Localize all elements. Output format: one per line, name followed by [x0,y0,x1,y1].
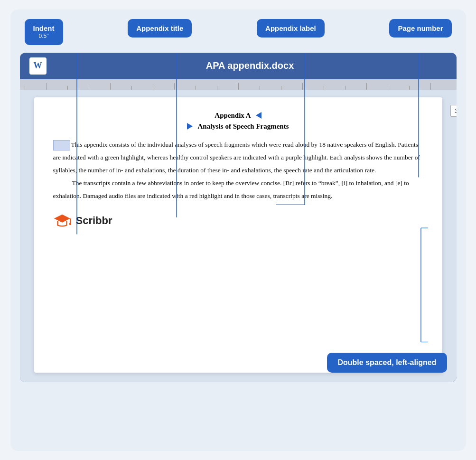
appendix-label-badge: Appendix label [257,19,325,38]
word-titlebar: W APA appendix.docx [20,53,457,79]
page: 30 Appendix A Analysis of Speech Fragmen… [34,97,442,373]
page-number-box: 30 [450,105,456,117]
ruler-mark-19 [409,86,430,90]
ruler-mark-14 [302,83,324,90]
ruler-mark-9 [196,86,217,90]
appendix-title-text: Analysis of Speech Fragments [197,122,289,131]
scribbr-name: Scribbr [76,215,112,227]
appendix-label-arrow [256,112,261,119]
scribbr-area: Scribbr [53,212,423,230]
ruler-mark-6 [131,86,153,90]
indent-marker [53,140,70,150]
ruler [20,79,457,90]
top-labels: Indent 0.5" Appendix title Appendix labe… [20,19,457,45]
appendix-title-heading: Analysis of Speech Fragments [53,122,423,131]
indent-label: Indent [33,24,55,33]
ruler-mark-7 [153,86,174,90]
ruler-mark-16 [345,86,366,90]
appendix-label-text: Appendix A [215,112,251,120]
ruler-mark-15 [324,86,345,90]
indent-sub-label: 0.5" [33,33,55,40]
svg-marker-8 [54,214,70,222]
ruler-mark-8 [174,83,196,90]
outer-container: Indent 0.5" Appendix title Appendix labe… [10,9,466,451]
ruler-marks [20,79,457,90]
ruler-mark-3 [67,86,89,90]
ruler-mark-18 [388,86,409,90]
body-paragraph-2: The transcripts contain a few abbreviati… [53,177,423,202]
doc-area: 30 Appendix A Analysis of Speech Fragmen… [20,90,457,382]
ruler-mark-12 [260,86,281,90]
para2-text: The transcripts contain a few abbreviati… [53,179,409,199]
ruler-mark-2 [46,83,67,90]
para1-text: This appendix consists of the individual… [53,141,420,174]
double-spaced-badge: Double spaced, left-aligned [327,353,447,373]
indent-badge: Indent 0.5" [25,19,63,45]
appendix-title-arrow [187,123,193,130]
appendix-label-heading: Appendix A [53,112,423,120]
ruler-mark-4 [89,86,110,90]
ruler-mark-13 [281,86,302,90]
ruler-mark-20 [430,83,452,90]
word-filename: APA appendix.docx [53,60,447,71]
word-document-wrapper: W APA appendix.docx [20,53,457,382]
appendix-title-badge: Appendix title [128,19,192,38]
word-w-letter: W [34,61,42,71]
word-container: W APA appendix.docx [20,53,457,382]
ruler-mark-17 [366,83,388,90]
body-paragraph-1: This appendix consists of the individual… [53,138,423,177]
svg-point-10 [69,223,71,225]
ruler-mark-11 [238,83,260,90]
ruler-mark-5 [110,83,131,90]
scribbr-logo-icon [53,212,71,230]
word-icon: W [29,57,47,75]
ruler-mark-1 [25,86,46,90]
ruler-mark-10 [217,86,238,90]
page-number-badge: Page number [389,19,451,38]
